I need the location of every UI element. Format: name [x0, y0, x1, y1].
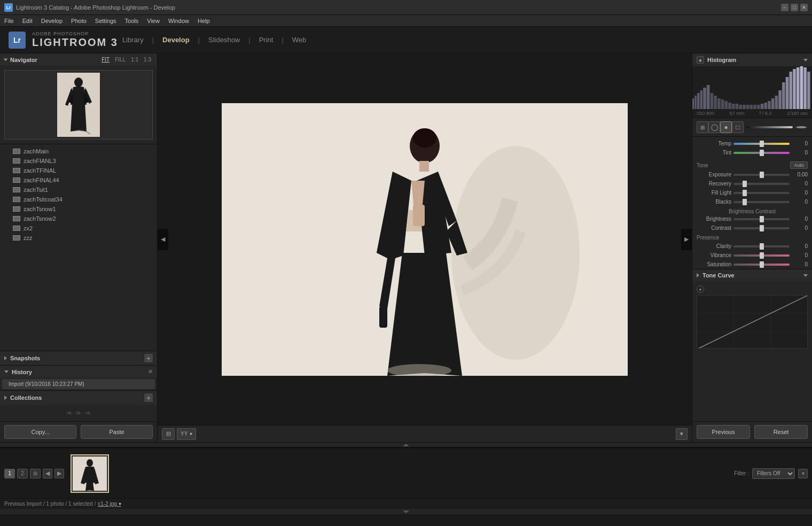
history-item-import[interactable]: Import (9/10/2016 10:23:27 PM): [2, 379, 155, 389]
nav-1-3[interactable]: 1:3: [142, 56, 153, 63]
file-item-zachtfinal[interactable]: zachTFINAL: [0, 166, 157, 175]
tint-thumb[interactable]: [760, 150, 764, 156]
exposure-thumb[interactable]: [760, 172, 764, 178]
paste-button[interactable]: Paste: [81, 425, 153, 439]
file-item-zx2[interactable]: zx2: [0, 223, 157, 233]
red-eye-button[interactable]: ●: [720, 121, 732, 133]
vibrance-thumb[interactable]: [760, 252, 764, 259]
nav-library[interactable]: Library: [118, 34, 148, 46]
bottom-expand-arrow[interactable]: [0, 442, 812, 447]
snapshots-expand-icon: [4, 356, 7, 360]
fill-light-thumb[interactable]: [743, 190, 747, 196]
contrast-slider[interactable]: [733, 227, 790, 229]
tone-curve-header[interactable]: Tone Curve: [692, 269, 812, 281]
file-item-zachfianl3[interactable]: zachFIANL3: [0, 156, 157, 166]
file-item-zachtsnow2[interactable]: zachTsnow2: [0, 214, 157, 223]
crop-tool-button[interactable]: ⊞: [697, 121, 708, 133]
menu-edit[interactable]: Edit: [22, 18, 33, 24]
clarity-thumb[interactable]: [760, 243, 764, 250]
exposure-slider[interactable]: [733, 174, 790, 176]
filmstrip-forward-button[interactable]: ▶: [54, 469, 64, 478]
bottom-collapse-arrow[interactable]: [0, 509, 812, 514]
file-item-zachtsnow1[interactable]: zachTsnow1: [0, 204, 157, 214]
vibrance-slider[interactable]: [733, 254, 790, 257]
file-item-zachtsit1[interactable]: zachTsit1: [0, 185, 157, 195]
contrast-thumb[interactable]: [760, 225, 764, 231]
minimize-button[interactable]: –: [781, 4, 788, 11]
menu-settings[interactable]: Settings: [95, 18, 116, 24]
brightness-slider[interactable]: [733, 218, 790, 220]
filmstrip-grid-button[interactable]: ⊞: [30, 469, 41, 478]
nav-web[interactable]: Web: [288, 34, 311, 46]
grid-view-button[interactable]: ⊟: [162, 428, 175, 440]
expand-button[interactable]: ▾: [676, 428, 688, 440]
file-item-zachfinal44[interactable]: zachFINAL44: [0, 175, 157, 185]
temp-slider[interactable]: [733, 143, 790, 145]
menu-window[interactable]: Window: [168, 18, 189, 24]
collections-add-button[interactable]: +: [144, 393, 153, 402]
left-panel-toggle[interactable]: ◀: [158, 229, 168, 250]
svg-rect-17: [710, 93, 714, 109]
menu-view[interactable]: View: [147, 18, 160, 24]
history-expand-icon: [4, 370, 9, 373]
main-image-container: ◀: [158, 53, 692, 425]
brightness-contrast-label: Brightness Contrast: [729, 208, 776, 214]
nav-fill[interactable]: FILL: [113, 56, 127, 63]
recovery-thumb[interactable]: [743, 181, 747, 187]
previous-button[interactable]: Previous: [697, 425, 750, 439]
recovery-slider[interactable]: [733, 183, 790, 185]
auto-button[interactable]: Auto: [790, 161, 808, 169]
history-close-button[interactable]: ✕: [148, 368, 153, 375]
recovery-row: Recovery 0: [692, 179, 812, 188]
tint-slider[interactable]: [733, 152, 790, 154]
nav-fit[interactable]: FIT: [100, 56, 111, 63]
menu-help[interactable]: Help: [198, 18, 210, 24]
copy-button[interactable]: Copy...: [4, 425, 76, 439]
temp-thumb[interactable]: [760, 141, 764, 147]
filmstrip-back-button[interactable]: ◀: [43, 469, 52, 478]
filmstrip-page-2[interactable]: 2: [17, 469, 28, 478]
filter-expand-button[interactable]: ▾: [798, 469, 808, 478]
reset-button[interactable]: Reset: [754, 425, 808, 439]
saturation-slider[interactable]: [733, 264, 790, 266]
saturation-thumb[interactable]: [760, 261, 764, 268]
file-icon: [13, 216, 20, 221]
collections-header[interactable]: Collections +: [0, 391, 157, 405]
filter-dropdown[interactable]: Filters Off: [752, 468, 795, 479]
clarity-label: Clarity: [697, 243, 731, 249]
clarity-slider[interactable]: [733, 245, 790, 247]
right-panel-toggle[interactable]: ▶: [681, 229, 692, 250]
svg-rect-18: [714, 96, 717, 109]
snapshots-add-button[interactable]: +: [144, 354, 153, 362]
brightness-thumb[interactable]: [760, 216, 764, 222]
menu-file[interactable]: File: [4, 18, 14, 24]
snapshots-header[interactable]: Snapshots +: [0, 351, 157, 365]
close-button[interactable]: ✕: [800, 4, 808, 11]
histogram-warning-icon[interactable]: ▲: [697, 56, 704, 64]
history-header[interactable]: History ✕: [0, 366, 157, 378]
adjustment-brush-button[interactable]: □: [732, 121, 744, 133]
tone-curve-point-icon[interactable]: ●: [697, 285, 704, 293]
slider-handle[interactable]: [796, 126, 807, 128]
nav-print[interactable]: Print: [255, 34, 278, 46]
menu-develop[interactable]: Develop: [41, 18, 63, 24]
filmstrip-page-1[interactable]: 1: [4, 469, 15, 478]
file-item-zachtsitcoat34[interactable]: zachTsitcoat34: [0, 195, 157, 204]
restore-button[interactable]: □: [791, 4, 798, 11]
nav-slideshow[interactable]: Slideshow: [204, 34, 244, 46]
yy-dropdown[interactable]: YY ▾: [177, 428, 196, 440]
blacks-slider[interactable]: [733, 201, 790, 203]
spot-heal-button[interactable]: ◯: [708, 121, 720, 133]
nav-develop[interactable]: Develop: [158, 34, 194, 46]
nav-1-1[interactable]: 1:1: [129, 56, 140, 63]
menu-photo[interactable]: Photo: [71, 18, 87, 24]
fill-light-slider[interactable]: [733, 192, 790, 194]
navigator-header[interactable]: Navigator FIT FILL 1:1 1:3: [0, 53, 157, 66]
path-link[interactable]: c1-2.jpg ▾: [98, 501, 121, 507]
filmstrip-thumb-selected[interactable]: [71, 454, 109, 493]
file-item-zzz[interactable]: zzz: [0, 233, 157, 243]
adobe-label: ADOBE PHOTOSHOP: [32, 31, 118, 36]
menu-tools[interactable]: Tools: [125, 18, 139, 24]
blacks-thumb[interactable]: [743, 199, 747, 205]
file-item-zachmain[interactable]: zachMain: [0, 146, 157, 156]
